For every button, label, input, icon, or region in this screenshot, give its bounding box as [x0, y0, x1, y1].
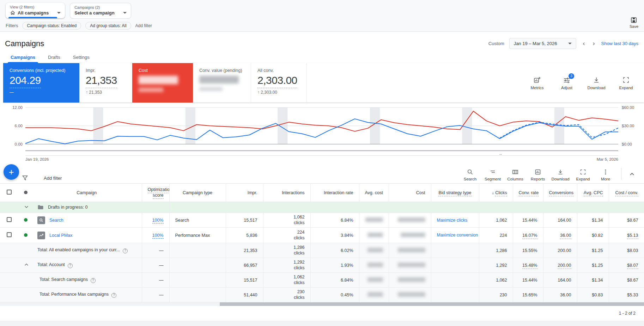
- filter-chip-campaign-status[interactable]: Campaign status: Enabled: [22, 22, 81, 30]
- interactions-cell: 1,062clicks: [263, 213, 310, 228]
- campaign-link[interactable]: Local PMax: [49, 233, 72, 238]
- chevron-down-icon[interactable]: [24, 204, 29, 209]
- campaign-selector[interactable]: Campaigns (2) Select a campaign: [70, 3, 131, 19]
- campaign-selector-label: Campaigns (2): [74, 5, 126, 10]
- col-bid-strategy[interactable]: Bid strategy type: [431, 184, 479, 202]
- bid-strategy-link[interactable]: Maximize conversion value: [437, 233, 479, 238]
- col-avg-cpc[interactable]: Avg. CPC: [577, 184, 609, 202]
- tab-drafts[interactable]: Drafts: [43, 51, 65, 63]
- bid-strategy-link[interactable]: Maximize clicks: [437, 218, 468, 223]
- scorecard-impressions[interactable]: Impr. 21,353 ↑ 21,353: [79, 63, 132, 103]
- avg-cost-cell-redacted: [359, 213, 389, 228]
- table-expand-button[interactable]: Expand: [573, 168, 593, 181]
- search-campaign-icon: [37, 216, 45, 224]
- table-more-button[interactable]: More: [596, 168, 615, 181]
- chevron-up-icon[interactable]: [24, 262, 29, 267]
- tab-campaigns[interactable]: Campaigns: [6, 51, 40, 63]
- status-enabled-dot[interactable]: [24, 233, 28, 237]
- conversions-value: 204.29: [10, 74, 41, 88]
- line-chart[interactable]: 12.00$60.006.00$30.000.00$0.00: [0, 104, 644, 148]
- collapse-table-button[interactable]: [627, 171, 640, 181]
- add-filter-link[interactable]: Add filter: [135, 23, 152, 28]
- scorecard-conversions[interactable]: Conversions (incl. projected) 204.29 —: [3, 63, 79, 103]
- help-icon[interactable]: ?: [91, 278, 96, 283]
- view-selector-active-underline: [8, 17, 57, 18]
- adjust-badge: 3: [569, 73, 574, 79]
- status-filter-dot[interactable]: [24, 191, 28, 194]
- scorecard-all-conv[interactable]: All conv. 2,303.00 ↑ 2,303.00: [251, 63, 307, 103]
- drafts-row[interactable]: Drafts in progress: 0: [0, 202, 644, 213]
- col-interactions[interactable]: Interactions: [263, 184, 310, 202]
- cost-cell-redacted: [389, 228, 431, 243]
- table-row[interactable]: Local PMax 100% Performance Max 5,836 22…: [0, 228, 644, 243]
- filter-chip-adgroup-status[interactable]: Ad group status: All: [85, 22, 131, 30]
- cost-cell-redacted: [389, 258, 431, 273]
- adjust-button[interactable]: 3 Adjust: [557, 76, 577, 90]
- table-reports-button[interactable]: Reports: [528, 168, 548, 181]
- chart-drag-handle-icon[interactable]: ↔: [499, 152, 503, 156]
- help-icon[interactable]: ?: [123, 248, 128, 253]
- avg-cost-cell-redacted: [359, 243, 389, 258]
- col-cost[interactable]: Cost: [389, 184, 431, 202]
- avg-cpc-cell: $0.82: [577, 228, 609, 243]
- date-prev-button[interactable]: ‹: [581, 40, 586, 47]
- expand-icon: [622, 76, 630, 84]
- row-checkbox[interactable]: [7, 232, 12, 237]
- chevron-down-icon: [57, 12, 61, 14]
- impressions-value: 21,353: [86, 74, 117, 88]
- cost-value-redacted: [139, 76, 178, 84]
- table-search-button[interactable]: Search: [460, 168, 480, 181]
- table-toolbar: Add filter Search Segment Columns Report…: [0, 165, 644, 183]
- campaign-type-cell: Search: [169, 213, 226, 228]
- col-campaign-type[interactable]: Campaign type: [169, 184, 226, 202]
- campaign-link[interactable]: Search: [49, 218, 63, 223]
- table-row[interactable]: Search 100% Search 15,517 1,062clicks 6.…: [0, 213, 644, 228]
- col-campaign[interactable]: Campaign: [32, 184, 142, 202]
- optimization-score-link[interactable]: 100%: [152, 218, 164, 223]
- scorecard-strip: Conversions (incl. projected) 204.29 — I…: [3, 63, 644, 103]
- col-impr[interactable]: Impr.: [226, 184, 263, 202]
- chart-expand-button[interactable]: Expand: [616, 76, 636, 90]
- avg-cost-cell-redacted: [359, 228, 389, 243]
- row-checkbox[interactable]: [7, 217, 12, 222]
- date-next-button[interactable]: ›: [591, 40, 596, 47]
- help-icon[interactable]: ?: [111, 293, 116, 298]
- help-icon[interactable]: ?: [68, 263, 73, 268]
- save-button[interactable]: Save: [630, 17, 638, 29]
- funnel-icon[interactable]: [22, 175, 28, 181]
- table-download-button[interactable]: Download: [551, 168, 570, 181]
- avg-cost-cell-redacted: [359, 258, 389, 273]
- table-add-filter[interactable]: Add filter: [44, 176, 62, 181]
- col-interaction-rate[interactable]: Interaction rate: [310, 184, 359, 202]
- optimization-score-link[interactable]: 100%: [152, 233, 164, 239]
- col-conv-rate[interactable]: Conv. rate: [513, 184, 543, 202]
- metrics-button[interactable]: Metrics: [527, 76, 547, 90]
- scorecard-cost[interactable]: Cost: [132, 63, 193, 103]
- svg-text:0.00: 0.00: [15, 142, 23, 146]
- campaigns-table: Campaign Optimizationscore Campaign type…: [0, 183, 644, 302]
- col-optimization-score[interactable]: Optimizationscore: [142, 184, 169, 202]
- scrollbar-thumb[interactable]: [220, 302, 644, 306]
- table-columns-button[interactable]: Columns: [505, 168, 525, 181]
- col-cost-conv[interactable]: Cost / conv.: [609, 184, 644, 202]
- col-clicks-sorted[interactable]: ↓ Clicks: [479, 184, 513, 202]
- chart-download-button[interactable]: Download: [586, 76, 607, 90]
- table-segment-button[interactable]: Segment: [483, 168, 503, 181]
- pmax-campaign-icon: [37, 232, 45, 239]
- total-row-account: Total: Account? — 66,957 1,292clicks 1.9…: [0, 258, 644, 273]
- tab-settings[interactable]: Settings: [68, 51, 95, 63]
- interaction-rate-cell: 3.84%: [310, 228, 359, 243]
- download-icon: [593, 76, 600, 84]
- chart-zoom-scrollbar[interactable]: ↔: [25, 150, 618, 156]
- col-avg-cost[interactable]: Avg. cost: [359, 184, 389, 202]
- col-conversions[interactable]: Conversions: [543, 184, 577, 202]
- drafts-row-label: Drafts in progress: 0: [48, 205, 88, 210]
- select-all-checkbox[interactable]: [7, 190, 12, 195]
- view-selector[interactable]: View (2 filters) All campaigns: [6, 3, 65, 18]
- date-range-picker[interactable]: Jan 19 – Mar 5, 2026: [509, 38, 577, 49]
- horizontal-scrollbar[interactable]: [0, 302, 644, 306]
- scorecard-conv-value[interactable]: Conv. value (pending): [193, 63, 251, 103]
- create-campaign-fab[interactable]: +: [4, 164, 19, 180]
- show-last-30-days-link[interactable]: Show last 30 days: [601, 41, 638, 46]
- status-enabled-dot[interactable]: [24, 218, 28, 222]
